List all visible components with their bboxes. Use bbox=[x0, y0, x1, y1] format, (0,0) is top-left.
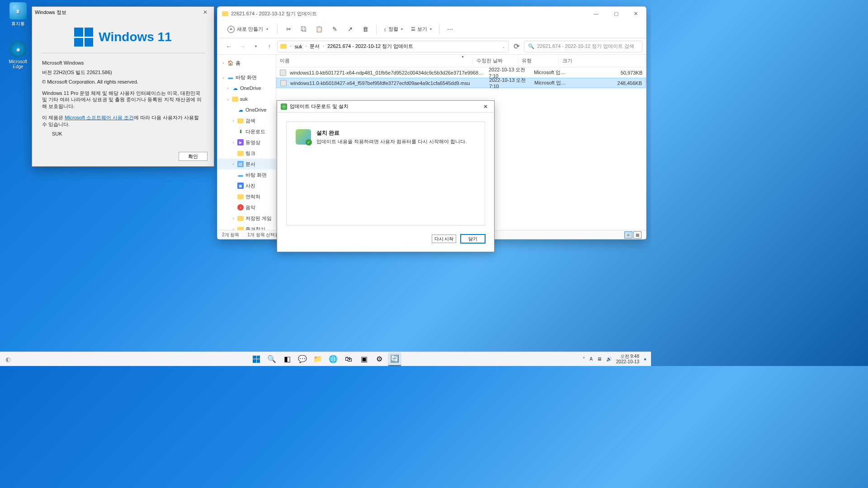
ok-button[interactable]: 확인 bbox=[179, 152, 208, 161]
column-size[interactable]: 크기 bbox=[559, 57, 646, 64]
tray-clock[interactable]: 오전 9:48 2022-10-13 bbox=[616, 354, 639, 364]
view-button[interactable]: ☰ 보기 ▾ bbox=[408, 24, 434, 34]
breadcrumb-current[interactable]: 22621.674 - 2022-10-12 정기 업데이트 bbox=[326, 43, 415, 50]
sidebar-item-documents[interactable]: ›▤문서 bbox=[217, 159, 276, 169]
minimize-button[interactable]: — bbox=[590, 9, 602, 18]
separator bbox=[376, 25, 377, 34]
update-dialog: 업데이트 다운로드 및 설치 ✕ 설치 완료 업데이트 내용을 적용하려면 사용… bbox=[277, 100, 495, 252]
license-link[interactable]: Microsoft 소프트웨어 사용 조건 bbox=[65, 115, 134, 120]
sidebar-item-downloads[interactable]: ⬇다운로드 bbox=[217, 126, 276, 137]
dialog-panel: 설치 완료 업데이트 내용을 적용하려면 사용자 컴퓨터를 다시 시작해야 합니… bbox=[286, 122, 485, 225]
sidebar-item-onedrive2[interactable]: ☁OneDrive bbox=[217, 104, 276, 115]
sidebar-item-music[interactable]: ♪음악 bbox=[217, 202, 276, 213]
sidebar-item-links[interactable]: 링크 bbox=[217, 148, 276, 159]
desktop-recycle-bin[interactable]: 🗑 휴지통 bbox=[5, 2, 32, 27]
weather-widget[interactable]: ◐ bbox=[0, 356, 16, 363]
breadcrumb-suk[interactable]: suk bbox=[293, 44, 304, 49]
delete-icon[interactable]: 🗑 bbox=[359, 23, 372, 36]
sidebar-item-pictures[interactable]: ▣사진 bbox=[217, 180, 276, 191]
file-type: Microsoft 업데이... bbox=[531, 80, 571, 86]
restart-button[interactable]: 다시 시작 bbox=[432, 235, 456, 243]
back-button[interactable]: ← bbox=[223, 43, 235, 50]
msu-file-icon bbox=[280, 70, 286, 76]
search-button[interactable]: 🔍 bbox=[265, 352, 278, 366]
terminal-taskbar-button[interactable]: ▣ bbox=[357, 352, 371, 366]
breadcrumb-documents[interactable]: 문서 bbox=[308, 43, 321, 50]
sidebar-item-desktop2[interactable]: ▬바탕 화면 bbox=[217, 169, 276, 180]
sidebar-item-onedrive[interactable]: ›☁OneDrive bbox=[217, 83, 276, 94]
edge-label: Microsoft Edge bbox=[5, 59, 32, 69]
address-dropdown[interactable]: ⌄ bbox=[502, 44, 505, 49]
column-headers: ▲ 이름 수정한 날짜 유형 크기 bbox=[276, 55, 646, 67]
status-count: 2개 항목 bbox=[222, 232, 239, 238]
copy-icon[interactable]: ⿻ bbox=[297, 23, 310, 36]
home-icon: 🏠 bbox=[227, 60, 234, 66]
sidebar-item-desktop[interactable]: ⌄▬바탕 화면 bbox=[217, 72, 276, 83]
sort-button[interactable]: ↕ 정렬 ▾ bbox=[381, 24, 406, 34]
explorer-navbar: ← → ▾ ↑ › suk › 문서 › 22621.674 - 2022-10… bbox=[217, 38, 646, 55]
winver-user: SUK bbox=[42, 131, 204, 137]
close-icon[interactable]: ✕ bbox=[199, 9, 211, 15]
maximize-button[interactable]: ▢ bbox=[610, 9, 622, 18]
new-button[interactable]: + 새로 만들기 ▾ bbox=[223, 24, 273, 35]
wusa-taskbar-button[interactable]: 🔄 bbox=[388, 352, 401, 366]
view-icon: ☰ bbox=[411, 26, 415, 32]
dialog-titlebar[interactable]: 업데이트 다운로드 및 설치 ✕ bbox=[277, 101, 494, 113]
file-type: Microsoft 업데이... bbox=[530, 69, 571, 76]
refresh-button[interactable]: ⟳ bbox=[510, 42, 522, 51]
forward-button[interactable]: → bbox=[236, 43, 248, 50]
share-icon[interactable]: ↗ bbox=[344, 23, 356, 36]
more-icon[interactable]: ⋯ bbox=[444, 23, 457, 36]
explorer-taskbar-button[interactable]: 📁 bbox=[311, 352, 325, 366]
cut-icon[interactable]: ✂ bbox=[282, 23, 295, 36]
file-row[interactable]: windows11.0-kb5017271-x64-ndp481_01fb5e7… bbox=[276, 67, 646, 78]
rename-icon[interactable]: ✎ bbox=[328, 23, 341, 36]
sidebar-item-videos[interactable]: ›▶동영상 bbox=[217, 137, 276, 148]
tray-network-icon[interactable]: 🖥 bbox=[597, 357, 602, 361]
taskview-button[interactable]: ◧ bbox=[280, 352, 294, 366]
sidebar-item-savedgames[interactable]: ›저장된 게임 bbox=[217, 213, 276, 224]
paste-icon[interactable]: 📋 bbox=[313, 23, 326, 36]
separator bbox=[439, 25, 439, 34]
close-button[interactable]: 닫기 bbox=[461, 235, 485, 243]
update-icon bbox=[281, 103, 287, 110]
tray-volume-icon[interactable]: 🔊 bbox=[606, 357, 612, 361]
column-type[interactable]: 유형 bbox=[518, 57, 559, 64]
search-icon: 🔍 bbox=[528, 43, 534, 49]
details-view-button[interactable]: ≡ bbox=[624, 231, 632, 239]
start-button[interactable] bbox=[250, 352, 263, 366]
sidebar-item-contacts[interactable]: 연락처 bbox=[217, 191, 276, 202]
address-bar[interactable]: › suk › 문서 › 22621.674 - 2022-10-12 정기 업… bbox=[277, 41, 509, 52]
onedrive-icon: ☁ bbox=[237, 107, 244, 113]
explorer-titlebar[interactable]: 22621.674 - 2022-10-12 정기 업데이트 — ▢ ✕ bbox=[217, 7, 646, 20]
edge-taskbar-button[interactable]: 🌐 bbox=[326, 352, 340, 366]
chat-button[interactable]: 💬 bbox=[296, 352, 309, 366]
file-size: 248,456KB bbox=[571, 80, 646, 86]
search-input[interactable]: 🔍 22621.674 - 2022-10-12 정기 업데이트 검색 bbox=[524, 41, 642, 52]
settings-taskbar-button[interactable]: ⚙ bbox=[373, 352, 386, 366]
column-date[interactable]: 수정한 날짜 bbox=[473, 57, 518, 64]
recent-dropdown[interactable]: ▾ bbox=[250, 44, 262, 48]
separator bbox=[277, 25, 278, 34]
up-button[interactable]: ↑ bbox=[264, 43, 275, 50]
tray-ime[interactable]: A bbox=[590, 357, 593, 361]
folder-icon bbox=[280, 44, 287, 49]
sidebar-item-search[interactable]: ›검색 bbox=[217, 115, 276, 126]
desktop-edge[interactable]: ◉ Microsoft Edge bbox=[5, 41, 32, 69]
store-taskbar-button[interactable]: 🛍 bbox=[342, 352, 355, 366]
winver-titlebar[interactable]: Windows 정보 ✕ bbox=[32, 7, 214, 18]
close-button[interactable]: ✕ bbox=[630, 9, 642, 18]
sidebar-item-home[interactable]: ›🏠홈 bbox=[217, 57, 276, 68]
file-row[interactable]: windows11.0-kb5018427-x64_f597bef95fdfe3… bbox=[276, 78, 646, 88]
folder-icon bbox=[237, 151, 244, 156]
edge-icon: ◉ bbox=[9, 41, 27, 58]
column-name[interactable]: 이름 bbox=[276, 57, 473, 64]
tray-chevron-icon[interactable]: ˄ bbox=[583, 357, 585, 361]
close-icon[interactable]: ✕ bbox=[481, 103, 491, 111]
sidebar-item-suk[interactable]: ⌄suk bbox=[217, 94, 276, 104]
thumb-view-button[interactable]: ▦ bbox=[633, 231, 642, 239]
recycle-label: 휴지통 bbox=[5, 21, 32, 27]
winver-logo: Windows 11 bbox=[32, 18, 214, 50]
tray-notification-icon[interactable]: ● bbox=[644, 357, 646, 361]
folder-icon bbox=[237, 216, 244, 221]
